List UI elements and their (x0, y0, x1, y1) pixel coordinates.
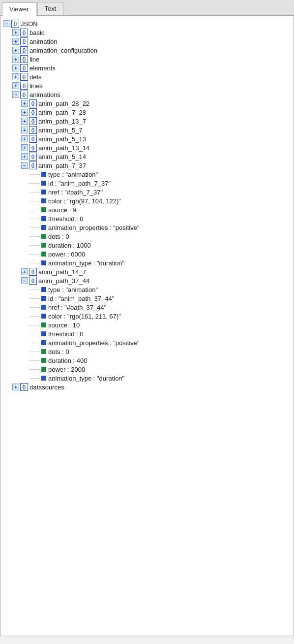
tree-row-anim5-13[interactable]: + {} anim_path_5_13 (21, 134, 291, 143)
tree-row-anim14-7[interactable]: + {} anim_path_14_7 (21, 267, 291, 276)
leaf-icon-color-2 (41, 314, 46, 319)
field-duration-2: duration : 400 (48, 357, 88, 364)
expander-anim7-37[interactable]: − (21, 162, 28, 169)
field-type-2: type : "animation" (48, 286, 98, 293)
expander-datasources[interactable]: + (12, 384, 19, 390)
tree-row-elements[interactable]: + {} elements (12, 64, 291, 72)
tree-row-anim7-28[interactable]: + {} anim_path_7_28 (21, 108, 291, 117)
expander-anim5-13[interactable]: + (21, 135, 28, 142)
dashed-h-animprops1 (30, 227, 40, 228)
tree-row-animations[interactable]: − {} animations (12, 90, 291, 99)
leaf-icon-href-2 (41, 305, 46, 310)
expander-line[interactable]: + (12, 56, 19, 63)
expander-anim28-22[interactable]: + (21, 100, 28, 107)
tree-row-anim13-7[interactable]: + {} anim_path_13_7 (21, 117, 291, 126)
leaf-icon-color-1 (41, 198, 46, 203)
expander-basic[interactable]: + (12, 29, 19, 36)
field-row-duration-1: duration : 1000 (30, 241, 291, 250)
obj-icon-anim5-7: {} (29, 126, 37, 134)
obj-icon-anim5-14: {} (29, 153, 37, 161)
dashed-h-dots1 (30, 236, 40, 237)
dashed-h-color1 (30, 201, 40, 201)
tree-row-anim5-14[interactable]: + {} anim_path_5_14 (21, 152, 291, 161)
dashed-h-threshold2 (30, 334, 40, 334)
leaf-icon-duration-1 (41, 243, 46, 248)
tree-row-lines[interactable]: + {} lines (12, 81, 291, 90)
expander-anim5-7[interactable]: + (21, 127, 28, 133)
tree-row-anim28-22[interactable]: + {} anim_path_28_22 (21, 99, 291, 108)
leaf-icon-source-2 (41, 322, 46, 327)
field-dots-1: dots : 0 (48, 233, 69, 240)
expander-animation-config[interactable]: + (12, 47, 19, 54)
expander-elements[interactable]: + (12, 64, 19, 71)
field-animprops-2: animation_properties : "positive" (48, 339, 140, 347)
leaf-icon-id-1 (41, 181, 46, 186)
obj-icon-anim13-7: {} (29, 117, 37, 125)
tree-row-root[interactable]: − {} JSON (3, 19, 291, 28)
label-animation: animation (29, 38, 57, 45)
tree-row-line[interactable]: + {} line (12, 55, 291, 64)
expander-animations[interactable]: − (12, 91, 19, 98)
expander-defs[interactable]: + (12, 73, 19, 80)
label-elements: elements (29, 64, 56, 72)
dashed-h-power1 (30, 254, 40, 255)
tree-row-basic[interactable]: + {} basic (12, 28, 291, 37)
expander-anim13-7[interactable]: + (21, 118, 28, 125)
field-animtype-2: animation_type : "duration" (48, 375, 124, 382)
dashed-h-source2 (30, 325, 40, 325)
field-row-power-1: power : 6000 (30, 250, 291, 258)
leaf-icon-type-2 (41, 287, 46, 292)
tree-row-anim5-7[interactable]: + {} anim_path_5_7 (21, 126, 291, 134)
expander-anim7-28[interactable]: + (21, 109, 28, 116)
obj-icon-animation-config: {} (20, 46, 28, 54)
field-row-href-2: href : "#path_37_44" (30, 303, 291, 312)
tree-row-animation-config[interactable]: + {} animation_configuration (12, 46, 291, 55)
expander-lines[interactable]: + (12, 82, 19, 89)
expander-anim13-14[interactable]: + (21, 144, 28, 151)
obj-icon-anim13-14: {} (29, 144, 37, 152)
dashed-h-duration1 (30, 245, 40, 246)
leaf-icon-animtype-2 (41, 376, 46, 381)
dashed-h-source1 (30, 210, 40, 210)
obj-icon-anim14-7: {} (29, 268, 37, 276)
expander-animation[interactable]: + (12, 38, 19, 45)
tree-row-anim13-14[interactable]: + {} anim_path_13_14 (21, 143, 291, 152)
field-row-animprops-2: animation_properties : "positive" (30, 338, 291, 347)
dashed-h-id1 (30, 183, 40, 184)
tree-row-defs[interactable]: + {} defs (12, 72, 291, 81)
expander-anim5-14[interactable]: + (21, 153, 28, 160)
obj-icon-animation: {} (20, 37, 28, 45)
label-anim5-7: anim_path_5_7 (38, 127, 83, 134)
dashed-h-duration2 (30, 360, 40, 361)
dashed-h-dots2 (30, 352, 40, 352)
label-anim14-7: anim_path_14_7 (38, 268, 86, 276)
leaf-icon-power-1 (41, 252, 46, 257)
field-row-href-1: href : "#path_7_37" (30, 188, 291, 196)
label-anim5-13: anim_path_5_13 (38, 135, 86, 143)
field-row-type-2: type : "animation" (30, 285, 291, 294)
dashed-h-animtype2 (30, 378, 40, 379)
field-power-2: power : 2000 (48, 366, 85, 373)
tree-row-animation[interactable]: + {} animation (12, 37, 291, 46)
tab-viewer[interactable]: Viewer (2, 2, 36, 16)
tab-text[interactable]: Text (37, 2, 64, 15)
label-basic: basic (29, 29, 44, 36)
expander-root[interactable]: − (3, 20, 10, 27)
obj-icon-datasources: {} (20, 383, 28, 391)
leaf-icon-animtype-1 (41, 260, 46, 265)
expander-anim37-44[interactable]: − (21, 277, 28, 284)
tree-content: − {} JSON + {} basic + {} animation + {}… (0, 16, 294, 636)
animations-children: + {} anim_path_28_22 + {} anim_path_7_28… (12, 99, 291, 383)
expander-anim14-7[interactable]: + (21, 268, 28, 275)
obj-icon-animations: {} (20, 91, 28, 98)
tree-row-anim37-44[interactable]: − {} anim_path_37_44 (21, 276, 291, 285)
leaf-icon-id-2 (41, 296, 46, 301)
field-row-animprops-1: animation_properties : "positive" (30, 223, 291, 232)
tree-row-datasources[interactable]: + {} datasources (12, 383, 291, 391)
field-row-source-2: source : 10 (30, 321, 291, 329)
leaf-icon-power-2 (41, 367, 46, 372)
tree-row-anim7-37[interactable]: − {} anim_path_7_37 (21, 161, 291, 170)
field-row-dots-1: dots : 0 (30, 232, 291, 241)
field-power-1: power : 6000 (48, 251, 85, 258)
field-color-1: color : "rgb(97, 104, 122)" (48, 197, 121, 205)
